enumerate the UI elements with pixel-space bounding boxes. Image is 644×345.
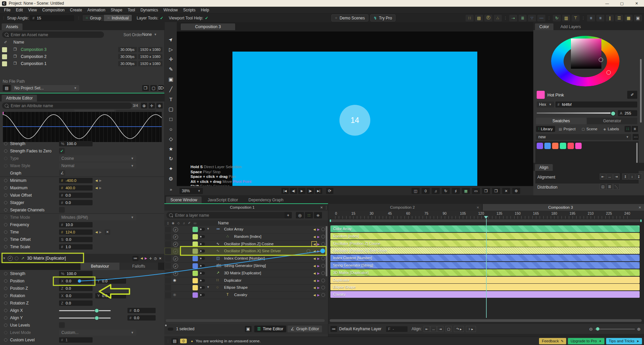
tool-settings-tool-icon[interactable]: ⚙ xyxy=(165,175,177,183)
attribute-dot-icon[interactable] xyxy=(4,324,7,327)
transport-play-button[interactable]: ▶ xyxy=(298,188,306,194)
keyframe-prev-icon[interactable]: ◀ xyxy=(313,250,316,253)
align-align-h-center-icon[interactable]: ↔ xyxy=(606,174,613,180)
panel-scrollbar[interactable] xyxy=(640,59,642,123)
keyframe-circle-icon[interactable] xyxy=(321,257,325,260)
close-button[interactable]: ✕ xyxy=(629,0,644,7)
color-swatch[interactable] xyxy=(560,143,566,149)
checkbox[interactable] xyxy=(59,322,65,328)
tab-labels[interactable]: ◈Labels xyxy=(601,126,622,132)
layer-color-swatch[interactable] xyxy=(193,227,198,232)
add-layer-button[interactable]: + xyxy=(284,212,292,218)
tool-sparkle-tool-icon[interactable]: ✦ xyxy=(165,165,177,173)
tool-artboard-tool-icon[interactable]: ▢ xyxy=(165,105,177,113)
keyframe-prev-icon[interactable]: ◀ xyxy=(95,179,98,182)
tab-javascript-editor[interactable]: JavaScript Editor xyxy=(203,197,243,203)
eye-icon[interactable]: ◉ xyxy=(172,221,174,225)
checkbox[interactable]: ✓ xyxy=(59,148,65,154)
timeline-range-bar[interactable] xyxy=(330,219,642,222)
layer-color-swatch[interactable] xyxy=(193,292,198,298)
attribute-dot-icon[interactable] xyxy=(4,179,7,182)
playbar-grid-snap-icon[interactable]: ▦ xyxy=(462,188,470,194)
timeline-hscrollbar[interactable] xyxy=(330,319,642,322)
value-field[interactable]: #0.0 xyxy=(127,315,156,321)
lock-icon[interactable]: ▯ xyxy=(167,221,169,225)
keyframe-next-icon[interactable]: ▶ xyxy=(317,243,320,246)
attribute-dot-icon[interactable] xyxy=(4,142,7,145)
alpha-field[interactable]: A255 xyxy=(618,110,637,116)
toolbar-grip[interactable]: ⋮ xyxy=(503,16,507,20)
value-field[interactable]: #124.0 xyxy=(59,229,93,235)
layer-hscrollbar[interactable] xyxy=(166,319,325,322)
toolbar-stagger-icon[interactable]: ≣ xyxy=(519,15,527,21)
tips-and-tricks-button[interactable]: Tips and Tricks➤ xyxy=(606,338,642,344)
transport-go-to-end-button[interactable]: ▶| xyxy=(315,188,322,194)
value-field[interactable]: #10.0 xyxy=(59,222,93,227)
layer-name[interactable]: Index Context [Number] xyxy=(224,256,265,260)
tab-timeline-composition-2[interactable]: Composition 2 ✕ xyxy=(328,204,482,211)
close-tab-icon[interactable]: ✕ xyxy=(639,206,641,209)
asset-name[interactable]: Composition 2 xyxy=(21,54,47,59)
timeline-bar[interactable]: String Generator [String] xyxy=(330,262,640,269)
layer-row[interactable]: ✓▼≔Color Array◀▶ xyxy=(164,226,326,233)
value-field[interactable]: Z0.0 xyxy=(59,300,93,306)
keyframe-prev-icon[interactable]: ◀ xyxy=(313,257,316,260)
project-set-dropdown[interactable]: No Project Set...▼ xyxy=(12,85,79,91)
toolbar-arc-icon[interactable]: ↻ xyxy=(553,15,561,21)
layer-enabled-check-icon[interactable]: ✓ xyxy=(173,234,178,239)
attribute-dot-icon[interactable] xyxy=(4,186,7,190)
focus-button[interactable]: ▣ xyxy=(245,326,252,332)
layer-toggle-icon[interactable] xyxy=(199,257,205,260)
message-count-badge[interactable]: 0 xyxy=(180,339,187,343)
grid-view-icon[interactable]: ∷ xyxy=(625,126,631,132)
attribute-dot-icon[interactable] xyxy=(4,230,7,234)
keyframe-prev-icon[interactable]: ◀ xyxy=(313,264,316,268)
attribute-dot-icon[interactable] xyxy=(4,279,7,283)
value-field[interactable]: #0.0 xyxy=(59,193,93,198)
layer-name[interactable]: Duplicator xyxy=(224,278,241,282)
layer-toggle-icon[interactable] xyxy=(199,293,205,296)
attribute-dot-icon[interactable] xyxy=(4,272,7,275)
toggle-icon[interactable]: ▭ xyxy=(194,221,197,225)
keyframe-circle-icon[interactable] xyxy=(321,227,325,231)
keyframe-next-icon[interactable]: ▶ xyxy=(317,279,320,282)
time-editor-button[interactable]: ☰Time Editor xyxy=(254,326,286,332)
value-field[interactable]: Z0.0 xyxy=(59,286,93,291)
toolbar-grip[interactable]: ⋮ xyxy=(547,16,551,20)
graph-editor-button[interactable]: ∠Graph Editor xyxy=(287,326,322,332)
layer-row[interactable]: ◉TCavalry◀▶ xyxy=(164,291,326,299)
clear-icon[interactable]: ⊗ xyxy=(156,103,163,109)
layer-enabled-check-icon[interactable]: ✓ xyxy=(173,271,178,276)
timeline-bar[interactable]: Oscillator [Position.Z] Cosine xyxy=(330,240,640,247)
menu-tool[interactable]: Tool xyxy=(125,8,138,12)
message-bubble-icon[interactable]: ▤ xyxy=(171,338,178,344)
value-field[interactable]: %100.0 xyxy=(59,141,93,146)
pin-icon[interactable]: ✛ xyxy=(149,103,155,109)
tab-viewport-composition-3[interactable]: Composition 3 xyxy=(181,23,235,30)
keyframe-prev-icon[interactable]: ◀ xyxy=(313,272,316,275)
toolbar-text-align-left-icon[interactable]: ≡ xyxy=(587,15,595,21)
alpha-slider[interactable] xyxy=(537,113,613,114)
asset-color-swatch[interactable] xyxy=(2,61,7,66)
toolbar-trim-icon[interactable]: ⊤ xyxy=(572,15,580,21)
swatch-scrollbar[interactable] xyxy=(636,143,638,164)
layer-toggle-icon[interactable] xyxy=(199,250,205,253)
asset-name[interactable]: Composition 1 xyxy=(21,61,47,66)
value-field[interactable]: S0.0 xyxy=(59,237,93,242)
timeline-bar[interactable]: Color Array xyxy=(330,225,640,232)
saturation-value-square[interactable] xyxy=(571,39,601,69)
swatch-set-menu-button[interactable]: ⋯ xyxy=(633,134,639,140)
asset-row[interactable]: ❐Composition 230.00fps1920 x 1080 xyxy=(0,53,164,60)
align-align-right-icon[interactable]: ⇥ xyxy=(613,174,620,180)
keyframe-next-icon[interactable]: ▶ xyxy=(317,293,320,297)
tab-scene[interactable]: ▢Scene xyxy=(579,126,600,132)
layer-color-swatch[interactable] xyxy=(193,285,198,290)
asset-search-input[interactable]: Enter an Asset name xyxy=(2,31,104,38)
toolbar-motion-path-icon[interactable]: ⇢ xyxy=(509,15,517,21)
eyedropper-button[interactable]: ✐ xyxy=(627,91,637,99)
transport-step-back-button[interactable]: ◀| xyxy=(290,188,297,194)
tool-text-tool-icon[interactable]: T xyxy=(165,95,177,103)
layer-row[interactable]: ✓abcString Generator [String]◀▶ xyxy=(164,262,326,270)
tool-polygon-tool-icon[interactable]: ◇ xyxy=(165,135,177,143)
sort-order-dropdown[interactable]: None▼ xyxy=(142,32,157,37)
